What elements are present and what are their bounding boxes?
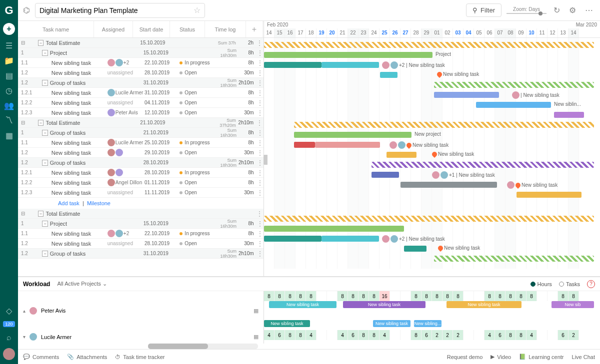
workload-cell[interactable] <box>390 330 400 340</box>
row-menu[interactable]: ⋮ <box>257 240 264 247</box>
gantt-bar[interactable] <box>294 122 594 128</box>
workload-cell[interactable]: 8 <box>358 330 369 340</box>
splitter-handle[interactable] <box>264 155 268 165</box>
day-header[interactable]: 05 <box>474 28 484 37</box>
workload-cell[interactable] <box>327 330 338 340</box>
workload-cell[interactable] <box>548 330 558 340</box>
day-header[interactable]: 21 <box>338 28 348 37</box>
workload-cell[interactable] <box>327 291 338 301</box>
gantt-bar[interactable] <box>476 102 551 108</box>
col-status[interactable]: Status <box>170 21 205 37</box>
history-icon[interactable]: ↻ <box>552 3 562 17</box>
workload-cell[interactable]: 8 <box>568 291 579 301</box>
zoom-control[interactable]: Zoom: Days <box>506 6 546 14</box>
workload-cell[interactable]: 2 <box>442 330 453 340</box>
task-row[interactable]: 1.1New sibling taskLucile Armer25.10.201… <box>18 138 264 148</box>
day-header[interactable]: 01 <box>432 28 442 37</box>
task-row[interactable]: 1.2.1New sibling task28.10.2019In progre… <box>18 168 264 178</box>
gantt-bar[interactable] <box>264 216 594 222</box>
workload-cell[interactable]: 8 <box>274 291 285 301</box>
task-row[interactable]: 1−Project15.10.2019Sum 16h30m8h⋮ <box>18 219 264 229</box>
learning-link[interactable]: 📗Learning centr <box>519 354 564 360</box>
expand-toggle[interactable]: − <box>38 40 44 46</box>
gantt-bar[interactable] <box>264 236 322 242</box>
tasks-radio[interactable]: Tasks <box>559 281 580 287</box>
workload-cell[interactable]: 8 <box>411 291 422 301</box>
workload-cell[interactable] <box>400 330 411 340</box>
row-menu[interactable]: ⋮ <box>257 109 264 116</box>
calendar-icon[interactable]: ▦ <box>254 334 258 340</box>
row-menu[interactable]: ⋮ <box>257 179 264 186</box>
gantt-bar[interactable] <box>516 192 582 198</box>
task-row[interactable]: 1.2−Group of tasks28.10.2019Sum 18h30m2h… <box>18 158 264 168</box>
day-header[interactable]: 25 <box>380 28 390 37</box>
row-menu[interactable]: ⋮ <box>257 169 264 176</box>
day-header[interactable]: 18 <box>306 28 316 37</box>
row-menu[interactable]: ⋮ <box>257 89 264 96</box>
demo-link[interactable]: Request demo <box>447 354 483 360</box>
day-header[interactable]: 07 <box>495 28 506 37</box>
day-header[interactable]: 20 <box>327 28 338 37</box>
day-header[interactable]: 17 <box>296 28 306 37</box>
day-header[interactable]: 04 <box>464 28 474 37</box>
day-header[interactable]: 16 <box>285 28 296 37</box>
day-header[interactable]: 14 <box>264 28 274 37</box>
workload-cell[interactable]: 8 <box>442 291 453 301</box>
task-row[interactable]: 1.2−Group of tasks31.10.2019Sum 18h30m2h… <box>18 249 264 259</box>
task-row[interactable]: ⊟−Total Estimate21.10.2019Sum 37h20m2h10… <box>18 118 264 128</box>
expand-toggle[interactable]: − <box>38 211 44 217</box>
task-row[interactable]: 1.1New sibling task+222.10.2019In progre… <box>18 58 264 68</box>
day-header[interactable]: 19 <box>316 28 327 37</box>
people-icon[interactable]: 👥 <box>4 101 14 110</box>
workload-cell[interactable] <box>400 291 411 301</box>
row-menu[interactable]: ⋮ <box>257 139 264 146</box>
task-row[interactable]: 1.2New sibling taskunassigned28.10.2019O… <box>18 68 264 78</box>
row-menu[interactable]: ⋮ <box>257 129 264 136</box>
star-icon[interactable]: ☆ <box>194 5 200 15</box>
workload-cell[interactable]: 8 <box>506 291 516 301</box>
day-header[interactable]: 02 <box>442 28 453 37</box>
calendar-icon[interactable]: ▦ <box>254 308 258 314</box>
workload-cell[interactable] <box>390 291 400 301</box>
workload-cell[interactable]: 8 <box>411 330 422 340</box>
row-menu[interactable]: ⋮ <box>257 189 264 196</box>
gantt-bar[interactable] <box>322 62 379 68</box>
day-header[interactable]: 23 <box>358 28 369 37</box>
workload-cell[interactable]: 4 <box>526 330 537 340</box>
workload-cell[interactable] <box>474 291 484 301</box>
attachments-button[interactable]: 📎Attachments <box>67 354 107 360</box>
gantt-bar[interactable] <box>315 142 380 148</box>
workload-cell[interactable]: 8 <box>285 330 296 340</box>
gantt-bar[interactable] <box>434 256 594 262</box>
workload-cell[interactable]: 6 <box>558 330 568 340</box>
workload-cell[interactable]: 8 <box>422 291 432 301</box>
expand-toggle[interactable]: − <box>42 251 48 257</box>
gantt-bar[interactable] <box>386 152 416 158</box>
workload-cell[interactable] <box>464 330 474 340</box>
avatar[interactable] <box>3 348 15 360</box>
workload-cell[interactable]: 6 <box>274 330 285 340</box>
workload-selector[interactable]: All Active Projects ⌄ <box>57 281 106 287</box>
grid-icon[interactable]: ▦ <box>4 131 14 140</box>
project-title[interactable]: Digital Marketing Plan Template <box>40 6 194 14</box>
workload-cell[interactable]: 16 <box>380 291 390 301</box>
gantt-bar[interactable] <box>434 82 594 88</box>
task-row[interactable]: 1.2.3New sibling taskPeter Avis12.10.201… <box>18 108 264 118</box>
workload-cell[interactable]: 2 <box>432 330 442 340</box>
workload-cell[interactable]: 4 <box>380 330 390 340</box>
gantt-bar[interactable] <box>404 246 426 252</box>
timeline[interactable]: Feb 2020 Mar 2020 1415161718192021222324… <box>264 21 600 276</box>
workload-cell[interactable]: 6 <box>495 330 506 340</box>
day-header[interactable]: 29 <box>422 28 432 37</box>
col-timelog[interactable]: Time log <box>205 21 246 37</box>
filter-button[interactable]: ⚲ Filter <box>466 3 502 17</box>
workload-cell[interactable]: 8 <box>506 330 516 340</box>
chart-icon[interactable]: 〽 <box>4 116 14 125</box>
chevron-icon[interactable]: ▾ <box>23 334 26 340</box>
tracker-button[interactable]: ⏱Task time tracker <box>115 354 164 360</box>
menu-icon[interactable]: ☰ <box>4 41 14 50</box>
expand-toggle[interactable]: − <box>38 120 44 126</box>
workload-cell[interactable] <box>537 291 548 301</box>
workload-cell[interactable]: 8 <box>432 291 442 301</box>
workload-bar[interactable]: New sibling task <box>264 320 310 327</box>
